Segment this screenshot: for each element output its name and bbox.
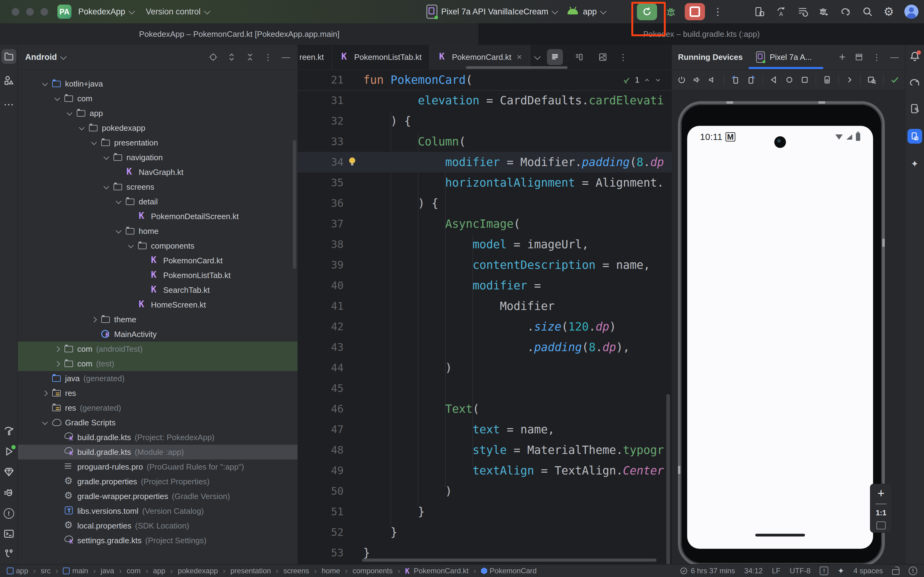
code-line[interactable]: 31 elevation = CardDefaults.cardElevati	[297, 90, 672, 111]
tree-chevron-icon[interactable]	[125, 240, 137, 252]
profiler-button[interactable]	[818, 6, 829, 17]
design-view-button[interactable]	[595, 49, 611, 65]
code-line[interactable]: 46 Text(	[297, 399, 672, 419]
tree-chevron-icon[interactable]	[88, 328, 101, 340]
code-line[interactable]: 41 Modifier	[297, 296, 672, 316]
rotate-right-button[interactable]	[747, 75, 756, 85]
add-device-button[interactable]: +	[839, 51, 845, 63]
project-options-button[interactable]: ⋮	[264, 52, 272, 62]
fit-to-window-button[interactable]	[876, 521, 885, 529]
android-home-button[interactable]	[785, 75, 794, 84]
tree-row[interactable]: PokemonDetailScreen.kt	[18, 209, 297, 224]
code-line[interactable]: 43 .padding(8.dp),	[297, 337, 672, 358]
code-line[interactable]: 33 Column(	[297, 131, 672, 152]
tree-chevron-icon[interactable]	[51, 431, 64, 443]
tree-chevron-icon[interactable]	[88, 313, 101, 326]
tree-chevron-icon[interactable]	[113, 195, 125, 208]
sync-translate-button[interactable]: A	[776, 6, 787, 17]
project-scrollbar[interactable]	[292, 140, 296, 269]
tree-chevron-icon[interactable]	[39, 387, 51, 399]
run-tool-button[interactable]	[4, 446, 14, 457]
emulator-screen[interactable]: 10:11 M	[687, 126, 873, 549]
tree-row[interactable]: com (androidTest)	[18, 342, 297, 356]
problems-tool-button[interactable]: !	[4, 508, 14, 519]
code-line[interactable]: 37 AsyncImage(	[297, 214, 672, 234]
sticky-code[interactable]: fun PokemonCard(	[363, 70, 472, 90]
tree-row[interactable]: gradle-wrapper.properties (Gradle Versio…	[18, 489, 297, 504]
tree-chevron-icon[interactable]	[88, 137, 101, 149]
terminal-tool-button[interactable]	[4, 529, 14, 539]
tree-row[interactable]: navigation	[18, 150, 297, 165]
session-time-widget[interactable]: 6 hrs 37 mins	[680, 567, 735, 575]
build-tool-button[interactable]	[4, 426, 14, 437]
tree-chevron-icon[interactable]	[137, 255, 150, 267]
tree-row[interactable]: build.gradle.kts (Module :app)	[18, 445, 297, 459]
device-tab-pixel7a[interactable]: Pixel 7a A...	[755, 50, 812, 64]
code-line[interactable]: 51 }	[297, 501, 672, 522]
gesture-navigation-bar[interactable]	[755, 534, 805, 537]
user-avatar[interactable]	[905, 5, 919, 19]
tree-chevron-icon[interactable]	[51, 520, 64, 532]
inspection-widget[interactable]: 1	[623, 70, 661, 90]
code-line[interactable]: 32 ) {	[297, 111, 672, 131]
zoom-out-button[interactable]	[876, 504, 887, 504]
more-run-options-button[interactable]: ⋮	[713, 6, 723, 18]
window-tab-active[interactable]: PokedexApp – PokemonCard.kt [PokedexApp.…	[0, 23, 479, 45]
close-tab-icon[interactable]: ×	[517, 52, 522, 62]
tree-row[interactable]: components	[18, 239, 297, 253]
breadcrumb-item[interactable]: PokemonCard	[481, 567, 537, 575]
running-devices-tool-button[interactable]	[908, 129, 922, 143]
device-selector[interactable]: Pixel 7a API VanillaIceCream	[426, 5, 556, 19]
tree-chevron-icon[interactable]	[51, 343, 64, 355]
tree-chevron-icon[interactable]	[39, 416, 51, 429]
prev-problem-icon[interactable]	[644, 77, 650, 84]
tree-chevron-icon[interactable]	[113, 225, 125, 237]
breadcrumb-item[interactable]: main	[63, 566, 101, 576]
tree-row[interactable]: NavGraph.kt	[18, 165, 297, 179]
code-line[interactable]: 34 modifier = Modifier.padding(8.dp	[297, 152, 672, 172]
code-editor[interactable]: 31 elevation = CardDefaults.cardElevati …	[297, 90, 672, 564]
breadcrumb-item[interactable]: com	[127, 566, 153, 576]
version-control-tool-button[interactable]	[4, 549, 14, 559]
more-tool-windows-button[interactable]: ⋯	[2, 97, 16, 112]
indent-widget[interactable]: 4 spaces	[853, 567, 883, 575]
code-line[interactable]: 35 horizontalAlignment = Alignment.	[297, 172, 672, 193]
tree-row[interactable]: com	[18, 91, 297, 106]
window-mode-button[interactable]	[855, 53, 863, 61]
version-control-menu[interactable]: Version control	[146, 7, 209, 16]
tree-row[interactable]: com (test)	[18, 356, 297, 371]
tree-chevron-icon[interactable]	[51, 475, 64, 488]
panel-options-button[interactable]: ⋮	[873, 52, 881, 62]
tree-row[interactable]: presentation	[18, 135, 297, 150]
tree-row[interactable]: libs.versions.toml (Version Catalog)	[18, 504, 297, 518]
tree-chevron-icon[interactable]	[51, 461, 64, 473]
more-actions-chevron[interactable]	[845, 76, 853, 84]
tree-chevron-icon[interactable]	[125, 210, 137, 222]
code-line[interactable]: 39 contentDescription = name,	[297, 255, 672, 275]
tree-row[interactable]: pokedexapp	[18, 121, 297, 135]
tree-chevron-icon[interactable]	[137, 284, 150, 296]
tree-chevron-icon[interactable]	[39, 77, 51, 90]
breadcrumb-item[interactable]: java	[101, 566, 127, 576]
tree-row[interactable]: PokemonListTab.kt	[18, 268, 297, 283]
editor-tab-pokemoncard[interactable]: PokemonCard.kt ×	[430, 45, 530, 69]
tree-row[interactable]: java (generated)	[18, 371, 297, 386]
tree-chevron-icon[interactable]	[39, 402, 51, 414]
tree-row[interactable]: theme	[18, 312, 297, 327]
ai-assistant-status-icon[interactable]: ✦	[837, 566, 844, 575]
rotate-left-button[interactable]	[731, 75, 740, 85]
code-line[interactable]: 47 text = name,	[297, 419, 672, 440]
tree-row[interactable]: PokemonCard.kt	[18, 253, 297, 268]
volume-up-button[interactable]	[693, 75, 701, 84]
tree-row[interactable]: res (generated)	[18, 401, 297, 415]
collapse-all-button[interactable]	[246, 53, 255, 62]
tree-chevron-icon[interactable]	[76, 122, 88, 134]
breadcrumb-item[interactable]: app	[7, 566, 41, 576]
device-mirroring-button[interactable]	[754, 6, 765, 17]
code-line[interactable]: 48 style = MaterialTheme.typogr	[297, 440, 672, 460]
debug-button[interactable]	[665, 6, 677, 18]
logcat-button[interactable]	[3, 487, 14, 498]
tab-list-dropdown[interactable]	[534, 53, 540, 60]
tree-chevron-icon[interactable]	[39, 372, 51, 385]
breadcrumb-item[interactable]: presentation	[230, 566, 283, 576]
